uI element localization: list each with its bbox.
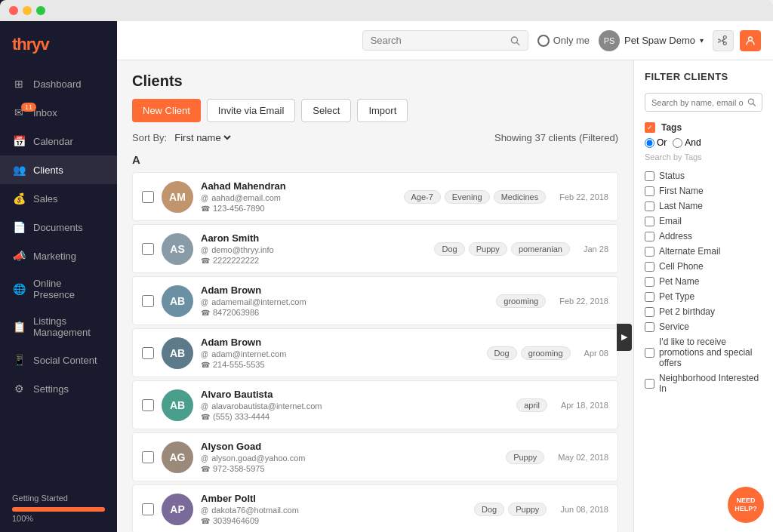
filter-checkbox-item[interactable]: I'd like to receive promotions and speci… <box>645 337 762 368</box>
client-tag: Puppy <box>508 503 547 516</box>
sidebar-item-inbox[interactable]: ✉ Inbox 11 <box>0 98 117 127</box>
filter-checkbox-label: I'd like to receive promotions and speci… <box>659 337 762 368</box>
filter-checkbox-input[interactable] <box>645 307 654 317</box>
sidebar-item-documents[interactable]: 📄 Documents <box>0 213 117 241</box>
search-input[interactable] <box>371 35 506 46</box>
sidebar-item-listings[interactable]: 📋 Listings Management <box>0 308 117 346</box>
share-button[interactable] <box>713 30 734 51</box>
client-info: Aaron Smith @demo@thryy.info ☎2222222222 <box>201 232 427 265</box>
table-row[interactable]: AB Adam Brown @adamemail@internet.com ☎8… <box>132 276 618 325</box>
filter-checkbox-label: First Name <box>659 186 704 196</box>
sidebar-item-online-presence[interactable]: 🌐 Online Presence <box>0 270 117 308</box>
table-row[interactable]: AP Amber Poltl @dakota76@hotmail.com ☎30… <box>132 484 618 532</box>
client-checkbox[interactable] <box>142 191 154 203</box>
client-tag: grooming <box>521 346 571 360</box>
filter-checkbox-input[interactable] <box>645 379 654 389</box>
filter-checkbox-input[interactable] <box>645 292 654 302</box>
table-row[interactable]: AB Alvaro Bautista @alavarobautista@inte… <box>132 380 618 429</box>
filter-checkbox-item[interactable]: Address <box>645 231 762 241</box>
client-tags: Age-7EveningMedicines <box>404 190 547 204</box>
filter-checkbox-item[interactable]: Service <box>645 321 762 332</box>
filter-checkbox-item[interactable]: Alternate Email <box>645 246 762 257</box>
expand-arrow-button[interactable]: ▶ <box>617 324 632 351</box>
client-checkbox[interactable] <box>142 503 154 515</box>
client-name: Alyson Goad <box>201 441 498 452</box>
filter-checkbox-input[interactable] <box>645 201 654 211</box>
documents-icon: 📄 <box>12 220 26 234</box>
filter-checkbox-input[interactable] <box>645 186 654 196</box>
client-name: Adam Brown <box>201 337 479 348</box>
select-button[interactable]: Select <box>301 99 351 122</box>
sidebar-item-label: Social Content <box>33 355 97 366</box>
sort-select[interactable]: First name <box>171 131 233 144</box>
invite-email-button[interactable]: Invite via Email <box>207 99 295 122</box>
filter-search-box[interactable] <box>645 93 762 112</box>
svg-line-3 <box>722 38 725 40</box>
table-row[interactable]: AM Aahad Mahendran @aahad@email.com ☎123… <box>132 172 618 221</box>
search-icon <box>510 35 520 46</box>
filter-checkbox-label: Alternate Email <box>659 246 720 257</box>
client-avatar: AP <box>162 494 193 525</box>
filter-checkbox-input[interactable] <box>645 171 654 181</box>
sidebar-item-label: Listings Management <box>33 315 105 338</box>
filter-checkbox-input[interactable] <box>645 277 654 287</box>
clients-header: Clients <box>132 72 618 90</box>
sidebar-logo: thryv <box>0 21 117 69</box>
filter-checkbox-item[interactable]: First Name <box>645 186 762 196</box>
svg-line-6 <box>753 103 755 106</box>
sidebar-item-label: Online Presence <box>33 278 105 300</box>
client-avatar: AS <box>162 233 193 265</box>
sidebar-item-social[interactable]: 📱 Social Content <box>0 346 117 374</box>
filter-checkbox-item[interactable]: Neighborhood Interested In <box>645 373 762 394</box>
filter-checkbox-item[interactable]: Status <box>645 171 762 181</box>
clients-icon-button[interactable] <box>740 30 761 51</box>
and-radio-label[interactable]: And <box>673 137 701 148</box>
client-email: @alavarobautista@internet.com <box>201 401 509 411</box>
tags-label: Tags <box>661 122 682 133</box>
table-row[interactable]: AG Alyson Goad @alyson.goad@yahoo.com ☎9… <box>132 432 618 481</box>
new-client-button[interactable]: New Client <box>132 99 201 122</box>
and-radio[interactable] <box>673 138 682 148</box>
filter-search-input[interactable] <box>651 98 744 107</box>
sidebar-item-settings[interactable]: ⚙ Settings <box>0 374 117 403</box>
filter-checkbox-input[interactable] <box>645 232 654 241</box>
only-me-toggle[interactable]: Only me <box>537 35 590 47</box>
filter-checkbox-item[interactable]: Email <box>645 216 762 226</box>
sidebar-item-sales[interactable]: 💰 Sales <box>0 184 117 213</box>
or-radio[interactable] <box>645 138 654 148</box>
import-button[interactable]: Import <box>357 99 408 122</box>
filter-checkbox-item[interactable]: Cell Phone <box>645 261 762 272</box>
client-checkbox[interactable] <box>142 451 154 463</box>
tags-checkbox-checked[interactable]: ✓ <box>645 122 655 133</box>
search-box[interactable] <box>362 30 528 51</box>
minimize-btn[interactable] <box>23 6 32 15</box>
user-info[interactable]: PS Pet Spaw Demo ▾ <box>599 30 704 51</box>
table-row[interactable]: AS Aaron Smith @demo@thryy.info ☎2222222… <box>132 224 618 273</box>
client-phone: ☎2222222222 <box>201 256 427 265</box>
filter-checkbox-item[interactable]: Pet 2 birthday <box>645 306 762 317</box>
sidebar-item-clients[interactable]: 👥 Clients <box>0 155 117 184</box>
filter-checkbox-input[interactable] <box>645 217 654 226</box>
client-checkbox[interactable] <box>142 347 154 359</box>
or-radio-label[interactable]: Or <box>645 137 667 148</box>
client-checkbox[interactable] <box>142 399 154 411</box>
filter-checkbox-item[interactable]: Pet Type <box>645 291 762 302</box>
filter-checkbox-item[interactable]: Last Name <box>645 201 762 211</box>
filter-checkbox-input[interactable] <box>645 322 654 332</box>
clients-panel: Clients New Client Invite via Email Sele… <box>117 60 633 532</box>
client-tag: pomeranian <box>511 242 570 256</box>
maximize-btn[interactable] <box>36 6 45 15</box>
client-date: May 02, 2018 <box>558 453 608 462</box>
table-row[interactable]: AB Adam Brown @adam@internet.com ☎214-55… <box>132 328 618 377</box>
close-btn[interactable] <box>9 6 18 15</box>
filter-checkbox-item[interactable]: Pet Name <box>645 276 762 287</box>
client-checkbox[interactable] <box>142 243 154 255</box>
need-help-button[interactable]: NEED HELP? <box>728 487 764 523</box>
sidebar-item-calendar[interactable]: 📅 Calendar <box>0 127 117 155</box>
filter-checkbox-input[interactable] <box>645 247 654 257</box>
sidebar-item-marketing[interactable]: 📣 Marketing <box>0 241 117 270</box>
filter-checkbox-input[interactable] <box>645 262 654 272</box>
sidebar-item-dashboard[interactable]: ⊞ Dashboard <box>0 69 117 98</box>
client-checkbox[interactable] <box>142 295 154 307</box>
filter-checkbox-input[interactable] <box>645 348 654 358</box>
